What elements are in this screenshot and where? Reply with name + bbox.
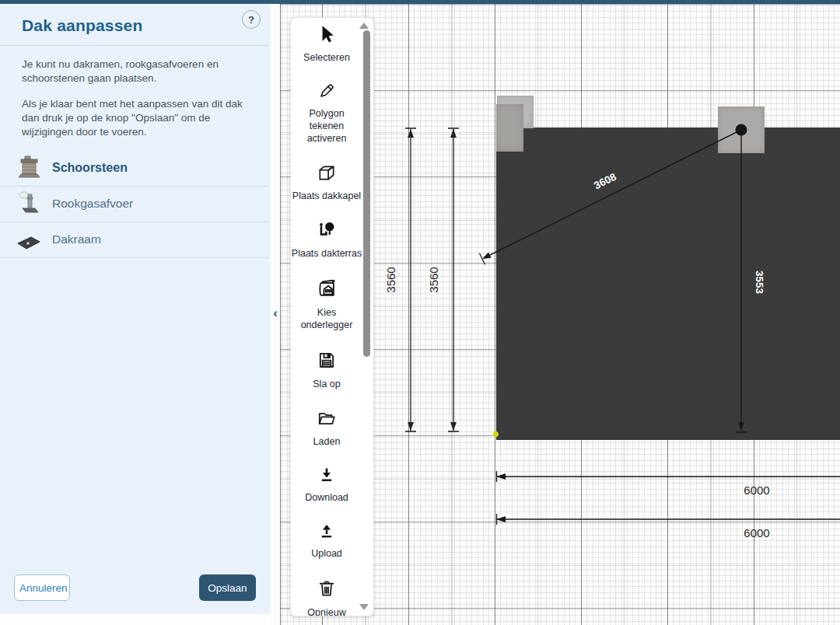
dim-value-diagonal: 3608 — [592, 170, 618, 191]
dim-value-right-vertical: 3553 — [754, 271, 765, 295]
tool-label: Selecteren — [303, 51, 350, 64]
dim-value-left-outer: 3560 — [384, 267, 397, 292]
roof-terrace-icon — [316, 220, 338, 243]
open-folder-icon — [315, 408, 338, 431]
intro-text: Je kunt nu dakramen, rookgasafvoeren en … — [0, 46, 270, 140]
dim-line-left-outer — [405, 128, 416, 431]
save-button[interactable]: Opslaan — [199, 574, 256, 601]
chimney-icon — [16, 154, 42, 182]
tool-label: Laden — [313, 435, 341, 448]
tool-select[interactable]: Selecteren — [291, 24, 362, 64]
cursor-icon — [317, 24, 337, 47]
upload-icon — [317, 522, 337, 543]
sidebar-bottom-strip — [0, 614, 270, 625]
sidebar-item-dakraam[interactable]: Dakraam — [0, 222, 270, 258]
chimney-anchor-dot — [736, 124, 747, 136]
sidebar-item-label: Dakraam — [52, 232, 101, 246]
tools-list: Selecteren Polygon tekenen activeren — [291, 24, 362, 616]
dim-value-left-inner: 3560 — [427, 267, 440, 292]
scroll-down-arrow-icon[interactable] — [359, 604, 369, 610]
sidebar-item-rookgasafvoer[interactable]: Rookgasafvoer — [0, 187, 270, 222]
sidebar-item-label: Schoorsteen — [52, 161, 128, 175]
vertex-marker[interactable] — [493, 431, 499, 437]
tool-download[interactable]: Download — [291, 466, 362, 504]
tool-draw-polygon[interactable]: Polygon tekenen activeren — [291, 82, 362, 145]
cancel-button[interactable]: Annuleren — [14, 574, 70, 601]
tool-save[interactable]: Sla op — [291, 349, 362, 390]
pencil-icon — [317, 82, 336, 103]
sidebar-header: Dak aanpassen ? — [0, 4, 270, 45]
tool-load[interactable]: Laden — [291, 408, 362, 448]
tool-choose-underlay[interactable]: Kies onderlegger — [291, 278, 362, 331]
dim-value-bottom-upper: 6000 — [744, 484, 769, 497]
tool-label: Plaats dakterras — [292, 247, 362, 260]
intro-paragraph-1: Je kunt nu dakramen, rookgasafvoeren en … — [22, 58, 251, 86]
tool-label: Plaats dakkapel — [292, 190, 361, 202]
help-button[interactable]: ? — [242, 10, 261, 29]
tool-label: Kies onderlegger — [291, 306, 362, 331]
tool-label: Sla op — [313, 378, 340, 390]
tool-place-roof-terrace[interactable]: Plaats dakterras — [291, 220, 362, 260]
tool-upload[interactable]: Upload — [291, 522, 362, 560]
tools-panel: Selecteren Polygon tekenen activeren — [290, 17, 374, 616]
roof-editor-app: 3560 3560 3608 — [0, 0, 840, 625]
page-title: Dak aanpassen — [22, 16, 254, 35]
dim-line-bottom-upper — [496, 471, 840, 482]
sidebar-item-label: Rookgasafvoer — [52, 197, 133, 211]
tool-restart[interactable]: Opnieuw beginnen — [291, 578, 362, 616]
intro-paragraph-2: Als je klaar bent met het aanpassen van … — [22, 97, 251, 140]
question-mark-icon: ? — [248, 14, 254, 26]
collapse-sidebar-chevron-icon[interactable]: ‹ — [271, 306, 280, 320]
flue-pipe-icon — [16, 190, 42, 218]
trash-icon — [317, 578, 337, 602]
tool-label: Upload — [311, 547, 342, 560]
dim-line-left-inner — [448, 128, 459, 431]
underlay-icon — [316, 278, 338, 302]
roof-object-list: Schoorsteen Rookgasafvoer — [0, 151, 270, 258]
dormer-icon — [316, 162, 338, 186]
tool-label: Opnieuw beginnen — [291, 606, 362, 616]
dim-line-diagonal — [479, 130, 741, 264]
save-disk-icon — [316, 349, 338, 374]
dim-value-bottom-lower: 6000 — [744, 526, 769, 539]
tool-place-dormer[interactable]: Plaats dakkapel — [291, 162, 362, 202]
toolbar-scrollbar[interactable] — [363, 30, 370, 357]
tool-label: Polygon tekenen activeren — [291, 107, 362, 145]
sidebar-item-schoorsteen[interactable]: Schoorsteen — [0, 151, 270, 187]
dim-line-right-vertical — [736, 135, 747, 432]
roof-window-icon — [16, 225, 42, 253]
download-icon — [317, 466, 337, 487]
sidebar-panel: Dak aanpassen ? Je kunt nu dakramen, roo… — [0, 4, 271, 614]
dim-line-bottom-lower — [496, 514, 840, 525]
tool-label: Download — [305, 491, 348, 504]
scroll-up-arrow-icon[interactable] — [359, 23, 369, 29]
